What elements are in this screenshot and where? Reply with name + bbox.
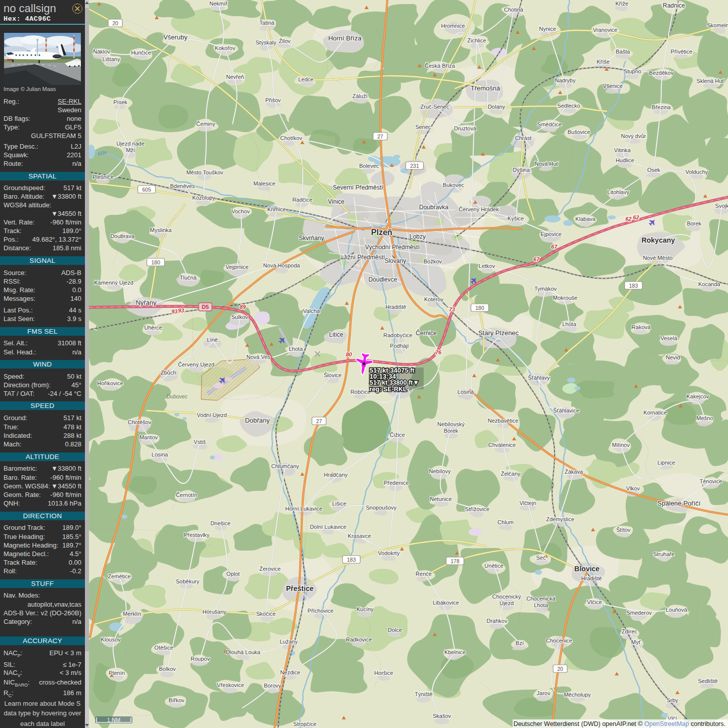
svg-text:Dubovec: Dubovec bbox=[166, 393, 188, 399]
svg-text:Severní Předměstí: Severní Předměstí bbox=[333, 184, 383, 191]
svg-text:Slovany: Slovany bbox=[385, 257, 406, 264]
svg-text:89: 89 bbox=[240, 304, 246, 310]
svg-text:Vlkov: Vlkov bbox=[626, 485, 640, 491]
svg-text:Horní Bříza: Horní Bříza bbox=[328, 34, 362, 42]
svg-text:Milínov: Milínov bbox=[612, 442, 630, 448]
svg-text:Příchovice: Příchovice bbox=[307, 608, 333, 614]
svg-text:Horšice: Horšice bbox=[374, 670, 393, 676]
svg-text:Podhájí: Podhájí bbox=[390, 343, 408, 349]
svg-text:Tlučná: Tlučná bbox=[179, 275, 197, 281]
svg-text:Přívětice: Přívětice bbox=[671, 49, 693, 55]
svg-text:Nebílovy: Nebílovy bbox=[429, 468, 451, 474]
svg-text:93: 93 bbox=[178, 307, 184, 313]
svg-text:Všenice: Všenice bbox=[603, 83, 622, 89]
svg-text:Vochov: Vochov bbox=[232, 208, 250, 214]
svg-text:Druztová: Druztová bbox=[454, 125, 477, 131]
svg-text:Nynice: Nynice bbox=[539, 26, 556, 32]
svg-text:Štítov: Štítov bbox=[616, 527, 631, 533]
svg-text:Chválenice: Chválenice bbox=[488, 442, 516, 448]
svg-text:Lhůta: Lhůta bbox=[562, 321, 576, 327]
svg-text:Merklín: Merklín bbox=[123, 611, 141, 617]
svg-text:Nová Ves: Nová Ves bbox=[246, 354, 270, 360]
svg-text:Přeštice: Přeštice bbox=[286, 584, 314, 593]
svg-text:183: 183 bbox=[347, 557, 356, 563]
svg-text:Vodní Újezd: Vodní Újezd bbox=[197, 412, 226, 418]
svg-text:Třemošná: Třemošná bbox=[471, 84, 500, 92]
svg-text:Stropčice: Stropčice bbox=[293, 721, 316, 727]
svg-text:Klabava: Klabava bbox=[575, 216, 596, 222]
svg-text:Vlčice: Vlčice bbox=[587, 599, 602, 605]
svg-text:Chlumčany: Chlumčany bbox=[271, 463, 299, 469]
svg-text:Úherce: Úherce bbox=[144, 325, 162, 331]
svg-text:67: 67 bbox=[533, 256, 540, 262]
svg-text:Chrást: Chrást bbox=[515, 135, 531, 141]
svg-text:Bezděkov: Bezděkov bbox=[649, 70, 674, 76]
svg-text:Nový dvůr: Nový dvůr bbox=[621, 133, 646, 139]
svg-text:Chlum: Chlum bbox=[497, 519, 514, 525]
svg-text:Valcha: Valcha bbox=[303, 308, 321, 314]
svg-text:Kocanda: Kocanda bbox=[698, 281, 720, 287]
svg-text:62: 62 bbox=[625, 216, 631, 222]
svg-text:Tatiná: Tatiná bbox=[259, 20, 275, 26]
svg-text:Šlovice: Šlovice bbox=[324, 372, 341, 378]
svg-text:Doubrava: Doubrava bbox=[110, 233, 135, 239]
svg-text:Borovy: Borovy bbox=[264, 682, 282, 689]
svg-text:Nevid: Nevid bbox=[666, 354, 680, 360]
svg-text:Nové Město: Nové Město bbox=[643, 255, 673, 261]
svg-text:Ždírec: Ždírec bbox=[621, 628, 638, 634]
svg-text:Nezbavětice: Nezbavětice bbox=[488, 418, 519, 424]
svg-text:Skvrňany: Skvrňany bbox=[299, 235, 324, 242]
svg-text:27: 27 bbox=[377, 133, 383, 140]
svg-text:D5: D5 bbox=[202, 304, 209, 310]
svg-text:Koterov: Koterov bbox=[424, 296, 443, 302]
svg-text:Dolany: Dolany bbox=[488, 104, 506, 110]
svg-text:Bašta: Bašta bbox=[616, 49, 630, 55]
svg-text:Litice: Litice bbox=[329, 331, 343, 338]
svg-text:Zruč-Senec: Zruč-Senec bbox=[421, 104, 449, 110]
svg-text:Čeminy: Čeminy bbox=[196, 121, 215, 127]
svg-text:Spálené Poříčí: Spálené Poříčí bbox=[657, 499, 701, 507]
svg-text:Kamenný Újezd: Kamenný Újezd bbox=[94, 280, 133, 286]
svg-text:Kbelnice: Kbelnice bbox=[444, 649, 466, 655]
svg-text:Stupno: Stupno bbox=[624, 68, 642, 74]
svg-text:Dolní Lukavice: Dolní Lukavice bbox=[310, 524, 346, 530]
svg-text:Chocenická: Chocenická bbox=[526, 596, 556, 602]
svg-text:Volduchy: Volduchy bbox=[686, 169, 708, 175]
svg-text:Dnešice: Dnešice bbox=[210, 520, 231, 526]
svg-text:Střížovice: Střížovice bbox=[465, 506, 489, 512]
svg-text:Hořikovice: Hořikovice bbox=[97, 380, 123, 386]
svg-text:Lištany: Lištany bbox=[103, 56, 120, 62]
svg-text:Dýšina: Dýšina bbox=[513, 167, 530, 173]
svg-text:Netunice: Netunice bbox=[430, 496, 451, 502]
svg-text:Skočice: Skočice bbox=[256, 611, 276, 617]
svg-text:180: 180 bbox=[475, 305, 484, 311]
svg-text:Chotěšov: Chotěšov bbox=[128, 419, 152, 425]
svg-text:Libákovice: Libákovice bbox=[433, 600, 459, 606]
svg-text:Chotíkov: Chotíkov bbox=[280, 135, 302, 141]
svg-text:Losiná: Losiná bbox=[458, 389, 474, 395]
svg-text:Sklená Huť: Sklená Huť bbox=[697, 78, 725, 84]
svg-text:Nýřany: Nýřany bbox=[135, 299, 157, 306]
svg-text:Dolce: Dolce bbox=[388, 627, 402, 633]
svg-text:Březina: Březina bbox=[652, 104, 671, 110]
svg-text:Žichlice: Žichlice bbox=[467, 37, 486, 43]
svg-text:Mantov: Mantov bbox=[140, 434, 158, 440]
svg-text:Čižice: Čižice bbox=[390, 432, 405, 438]
svg-text:178: 178 bbox=[450, 558, 460, 564]
svg-text:Louňová: Louňová bbox=[666, 607, 688, 613]
svg-text:Kokořov: Kokořov bbox=[215, 45, 236, 51]
svg-text:Ledce: Ledce bbox=[298, 76, 313, 82]
svg-text:Všeruby: Všeruby bbox=[163, 33, 188, 41]
svg-text:Lužany: Lužany bbox=[280, 639, 298, 645]
svg-text:Mokrouše: Mokrouše bbox=[553, 295, 577, 301]
svg-text:Bušovice: Bušovice bbox=[568, 129, 590, 135]
svg-text:Dobřany: Dobřany bbox=[245, 417, 270, 424]
svg-text:Nová Hospoda: Nová Hospoda bbox=[263, 262, 301, 268]
svg-text:231: 231 bbox=[410, 163, 419, 169]
svg-text:Měcholupy: Měcholupy bbox=[564, 692, 591, 698]
svg-text:Vlčtejn: Vlčtejn bbox=[519, 500, 536, 506]
svg-text:Tymákov: Tymákov bbox=[534, 286, 557, 292]
svg-text:Losina: Losina bbox=[152, 451, 168, 458]
svg-text:Srby: Srby bbox=[667, 697, 678, 703]
svg-text:Klousov: Klousov bbox=[101, 636, 121, 643]
